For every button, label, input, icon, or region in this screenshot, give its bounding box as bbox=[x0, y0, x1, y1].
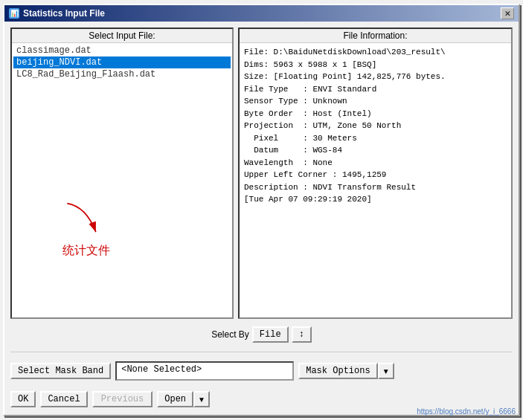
arrow-icon bbox=[57, 197, 116, 242]
panels-row: Select Input File: classimage.dat beijin… bbox=[10, 28, 513, 319]
content-area: Select Input File: classimage.dat beijin… bbox=[4, 22, 519, 415]
title-left: 📊 Statistics Input File bbox=[9, 8, 105, 19]
file-item-selected[interactable]: beijing_NDVI.dat bbox=[13, 56, 231, 68]
mask-options-arrow[interactable]: ▼ bbox=[378, 363, 394, 379]
divider bbox=[10, 352, 513, 352]
select-mask-band-button[interactable]: Select Mask Band bbox=[10, 363, 111, 379]
file-info-content: File: D:\BaiduNetdiskDownload\203_result… bbox=[240, 43, 511, 317]
open-arrow-button[interactable]: ▼ bbox=[193, 391, 210, 407]
select-by-file-button[interactable]: File bbox=[252, 326, 289, 343]
left-panel-header: Select Input File: bbox=[12, 29, 232, 43]
sort-button[interactable]: ↕ bbox=[292, 326, 312, 343]
annotation-text: 统计文件 bbox=[62, 243, 110, 259]
file-item[interactable]: LC8_Rad_Beijing_Flaash.dat bbox=[13, 68, 231, 80]
open-dropdown[interactable]: Open ▼ bbox=[157, 391, 210, 407]
file-list[interactable]: classimage.dat beijing_NDVI.dat LC8_Rad_… bbox=[12, 43, 232, 182]
select-by-row: Select By File ↕ bbox=[10, 323, 513, 346]
sort-icon: ↕ bbox=[299, 329, 304, 340]
window-icon: 📊 bbox=[9, 8, 19, 19]
mask-input: <None Selected> bbox=[115, 361, 294, 381]
arrow-annotation: 统计文件 bbox=[57, 197, 116, 259]
mask-options-dropdown[interactable]: Mask Options ▼ bbox=[298, 363, 394, 379]
ok-button[interactable]: OK bbox=[10, 391, 36, 407]
window-title: Statistics Input File bbox=[23, 8, 105, 19]
file-item[interactable]: classimage.dat bbox=[13, 45, 231, 56]
main-window: 📊 Statistics Input File ✕ Select Input F… bbox=[3, 4, 520, 416]
previous-button: Previous bbox=[92, 391, 153, 407]
cancel-button[interactable]: Cancel bbox=[40, 391, 87, 407]
annotation-area: 统计文件 bbox=[12, 182, 232, 318]
mask-options-button[interactable]: Mask Options bbox=[298, 363, 377, 379]
right-panel: File Information: File: D:\BaiduNetdiskD… bbox=[238, 28, 513, 319]
select-by-label: Select By bbox=[211, 329, 249, 340]
bottom-buttons: OK Cancel Previous Open ▼ https://blog.c… bbox=[10, 388, 513, 409]
watermark: https://blog.csdn.net/y_i_6666 bbox=[417, 407, 516, 416]
close-button[interactable]: ✕ bbox=[501, 7, 514, 19]
left-panel: Select Input File: classimage.dat beijin… bbox=[10, 28, 234, 319]
right-panel-header: File Information: bbox=[240, 29, 511, 43]
open-button[interactable]: Open bbox=[157, 391, 193, 407]
mask-row: Select Mask Band <None Selected> Mask Op… bbox=[10, 358, 513, 384]
title-bar: 📊 Statistics Input File ✕ bbox=[4, 5, 519, 22]
